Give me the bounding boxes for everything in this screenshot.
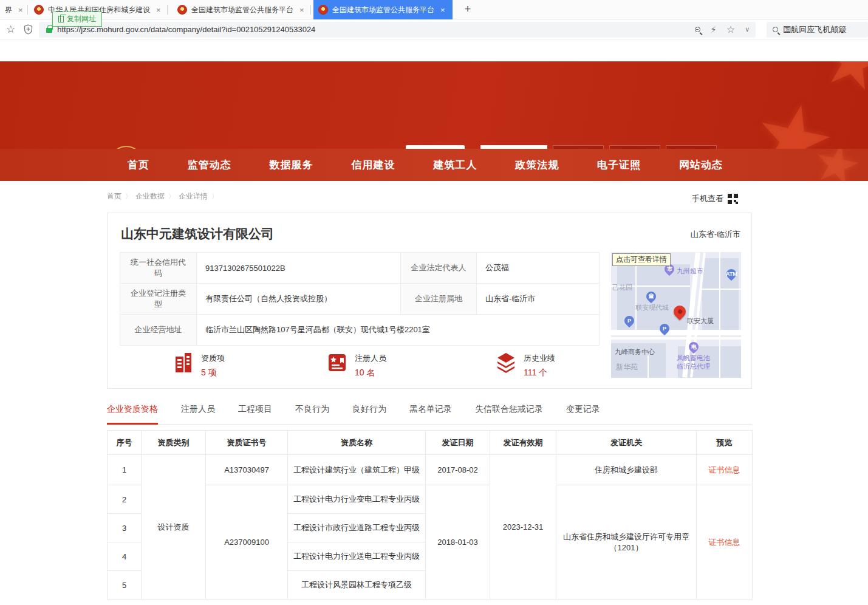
browser-tab-active[interactable]: 全国建筑市场监管公共服务平台 ×: [313, 0, 453, 19]
emblem-favicon-icon: [177, 5, 187, 15]
cell-preview: 证书信息: [697, 485, 753, 600]
hot-search-box[interactable]: 国航回应飞机颠簸: [767, 22, 868, 38]
cell-issue-date: 2018-01-03: [426, 485, 490, 600]
reg-region-label: 企业注册属地: [401, 284, 477, 315]
tab-close-icon[interactable]: ×: [18, 5, 23, 15]
stat-value: 5 项: [201, 367, 225, 378]
browser-tab-1[interactable]: 界 ×: [0, 0, 28, 19]
favorite-star-icon[interactable]: ☆: [726, 24, 735, 35]
col-header-validity: 发证有效期: [490, 431, 556, 455]
col-header-issue-date: 发证日期: [426, 431, 490, 455]
search-icon: [773, 27, 778, 32]
stat-registered-personnel[interactable]: 注册人员 10 名: [327, 352, 386, 378]
cell-authority: 住房和城乡建设部: [556, 455, 697, 485]
zoom-out-icon[interactable]: [695, 27, 700, 32]
nav-item-site-news[interactable]: 网站动态: [679, 158, 723, 172]
new-tab-button[interactable]: +: [460, 3, 475, 16]
cell-seq: 5: [108, 571, 142, 600]
certificate-icon: [327, 352, 347, 374]
breadcrumb: 首页 〉 企业数据 〉 企业详情 〉: [107, 191, 218, 202]
col-header-name: 资质名称: [288, 431, 426, 455]
tab-separator: [167, 5, 168, 15]
address-bar[interactable]: https://jzsc.mohurd.gov.cn/data/company/…: [39, 22, 756, 38]
tab-bad-behavior[interactable]: 不良行为: [295, 404, 329, 424]
cell-seq: 2: [108, 485, 142, 514]
chevron-down-icon[interactable]: ∨: [745, 26, 750, 33]
tab-change-records[interactable]: 变更记录: [566, 404, 600, 424]
col-header-category: 资质类别: [142, 431, 206, 455]
tab-close-icon[interactable]: ×: [299, 5, 304, 15]
layers-icon: [496, 352, 516, 374]
breadcrumb-separator: 〉: [125, 192, 132, 201]
col-header-preview: 预览: [697, 431, 753, 455]
company-stats: 资质项 5 项 注册人员 10 名 历史业绩 111 个: [120, 352, 581, 378]
company-name: 山东中元建筑设计有限公司: [121, 225, 274, 242]
cell-seq: 3: [108, 514, 142, 542]
security-shield-icon[interactable]: [24, 24, 33, 35]
breadcrumb-company-detail[interactable]: 企业详情: [179, 191, 208, 202]
breadcrumb-company-data[interactable]: 企业数据: [135, 191, 165, 202]
tab-projects[interactable]: 工程项目: [238, 404, 272, 424]
cell-issue-date: 2017-08-02: [426, 455, 490, 485]
tab-qualifications[interactable]: 企业资质资格: [107, 404, 158, 424]
bookmark-star-icon[interactable]: ☆: [6, 23, 15, 36]
tab-dishonesty-records[interactable]: 失信联合惩戒记录: [475, 404, 543, 424]
cell-category: 设计资质: [142, 455, 206, 600]
tab-title: 全国建筑市场监管公共服务平台: [332, 5, 434, 15]
authority-line1: 山东省住房和城乡建设厅许可专用章: [563, 532, 689, 542]
tab-close-icon[interactable]: ×: [440, 5, 445, 15]
certificate-info-link[interactable]: 证书信息: [709, 537, 740, 548]
flash-icon[interactable]: ⚡: [710, 24, 717, 35]
nav-item-e-license[interactable]: 电子证照: [597, 158, 641, 172]
credit-code-value: 91371302675501022B: [197, 253, 401, 284]
flag-star-decoration: ★: [743, 78, 845, 149]
tab-registered-personnel[interactable]: 注册人员: [181, 404, 215, 424]
qr-code-icon[interactable]: [728, 194, 738, 204]
hot-search-text[interactable]: 国航回应飞机颠簸: [783, 24, 846, 35]
certificate-info-link[interactable]: 证书信息: [709, 465, 740, 476]
address-label: 企业经营地址: [120, 315, 197, 346]
company-region: 山东省-临沂市: [691, 229, 740, 240]
tab-blacklist[interactable]: 黑名单记录: [409, 404, 452, 424]
browser-tab-3[interactable]: 全国建筑市场监管公共服务平台 ×: [173, 0, 311, 19]
url-text[interactable]: https://jzsc.mohurd.gov.cn/data/company/…: [57, 25, 689, 34]
reg-type-label: 企业登记注册类型: [120, 284, 197, 315]
stat-value: 10 名: [355, 367, 386, 378]
qualification-table: 序号 资质类别 资质证书号 资质名称 发证日期 发证有效期 发证机关 预览 1 …: [107, 430, 753, 600]
nav-item-home[interactable]: 首页: [128, 158, 149, 172]
flag-star-decoration: ★: [813, 61, 868, 109]
map-tooltip: 点击可查看详情: [612, 253, 671, 266]
nav-item-workers[interactable]: 建筑工人: [433, 158, 477, 172]
stat-value: 111 个: [524, 367, 555, 378]
tab-close-icon[interactable]: ×: [156, 5, 161, 15]
company-info-table: 统一社会信用代码 91371302675501022B 企业法定代表人 公茂福 …: [120, 252, 600, 346]
stat-history-performance[interactable]: 历史业绩 111 个: [496, 352, 555, 378]
credit-code-label: 统一社会信用代码: [120, 253, 197, 284]
breadcrumb-separator: 〉: [211, 192, 218, 201]
col-header-authority: 发证机关: [556, 431, 697, 455]
emblem-favicon-icon: [318, 5, 328, 15]
stat-qualifications[interactable]: 资质项 5 项: [173, 352, 225, 378]
tab-title: 界: [5, 5, 12, 15]
company-location-map[interactable]: 点击可查看详情 市 九州超市 己花园 🏛 联安现代城 ATM P P 联安大厦 …: [611, 252, 741, 378]
cell-cert-no: A137030497: [206, 455, 288, 485]
main-navigation: ★ 首页 监管动态 数据服务 信用建设 建筑工人 政策法规 电子证照 网站动态: [0, 149, 868, 181]
map-label-supermarket: 九州超市: [677, 267, 703, 276]
legal-rep-value: 公茂福: [477, 253, 600, 284]
nav-item-supervision[interactable]: 监管动态: [188, 158, 231, 172]
reg-type-value: 有限责任公司（自然人投资或控股）: [197, 284, 401, 315]
browser-tabstrip: 界 × 中华人民共和国住房和城乡建设 × 全国建筑市场监管公共服务平台 × 全国…: [0, 0, 868, 19]
cell-seq: 4: [108, 542, 142, 571]
cell-seq: 1: [108, 455, 142, 485]
copy-url-tooltip[interactable]: 复制网址: [52, 12, 102, 27]
nav-item-credit[interactable]: 信用建设: [352, 158, 395, 172]
breadcrumb-home[interactable]: 首页: [107, 191, 121, 202]
tab-good-behavior[interactable]: 良好行为: [352, 404, 386, 424]
cell-qual-name: 工程设计电力行业变电工程专业丙级: [288, 485, 426, 514]
col-header-cert-no: 资质证书号: [206, 431, 288, 455]
stat-label: 注册人员: [355, 352, 386, 364]
map-label-garden: 己花园: [612, 284, 632, 292]
nav-item-data-service[interactable]: 数据服务: [270, 158, 313, 172]
mobile-view-link[interactable]: 手机查看: [692, 193, 738, 204]
nav-item-policy[interactable]: 政策法规: [515, 158, 559, 172]
